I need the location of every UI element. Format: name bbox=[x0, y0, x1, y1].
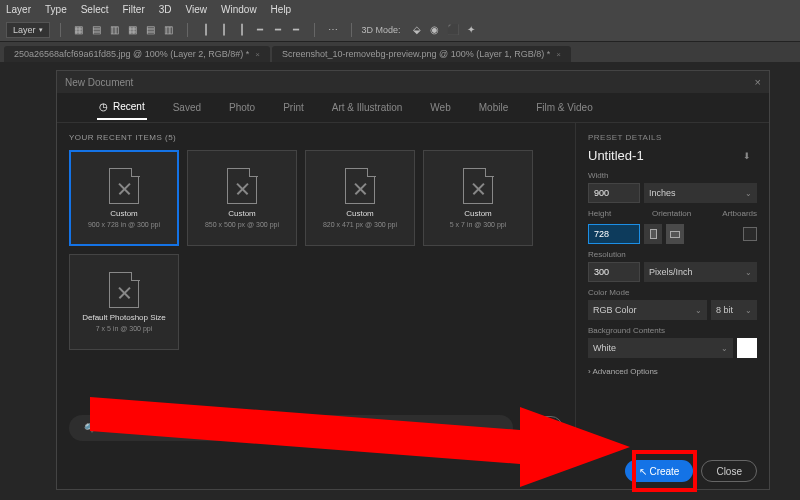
dialog-footer: ↖Create Close bbox=[57, 453, 769, 489]
category-tabs: ◷Recent Saved Photo Print Art & Illustra… bbox=[57, 93, 769, 123]
tab-saved[interactable]: Saved bbox=[171, 96, 203, 119]
dialog-title: New Document bbox=[65, 77, 133, 88]
mode-icon[interactable]: ⬛ bbox=[445, 23, 461, 37]
document-tabs: 250a26568afcf69a61fd85.jpg @ 100% (Layer… bbox=[0, 42, 800, 62]
distribute-icon[interactable]: ━ bbox=[270, 23, 286, 37]
create-button[interactable]: ↖Create bbox=[625, 460, 693, 482]
menu-view[interactable]: View bbox=[186, 4, 208, 15]
presets-pane: YOUR RECENT ITEMS (5) Custom 900 x 728 i… bbox=[57, 123, 575, 453]
stock-search-input[interactable]: 🔍 Find templates on Adobe Stock bbox=[69, 415, 513, 441]
menu-type[interactable]: Type bbox=[45, 4, 67, 15]
document-icon bbox=[345, 168, 375, 204]
close-icon[interactable]: × bbox=[556, 50, 561, 59]
menu-select[interactable]: Select bbox=[81, 4, 109, 15]
clock-icon: ◷ bbox=[99, 101, 108, 112]
layer-selector[interactable]: Layer▾ bbox=[6, 22, 50, 38]
bit-depth-select[interactable]: 8 bit⌄ bbox=[711, 300, 757, 320]
options-bar: Layer▾ ▦ ▤ ▥ ▦ ▤ ▥ ┃ ┃ ┃ ━ ━ ━ ⋯ 3D Mode… bbox=[0, 18, 800, 42]
align-icon[interactable]: ▥ bbox=[107, 23, 123, 37]
artboards-checkbox[interactable] bbox=[743, 227, 757, 241]
align-icon[interactable]: ▤ bbox=[143, 23, 159, 37]
close-icon[interactable]: × bbox=[755, 76, 761, 88]
search-icon: 🔍 bbox=[83, 423, 94, 433]
dialog-titlebar: New Document × bbox=[57, 71, 769, 93]
document-icon bbox=[227, 168, 257, 204]
document-name[interactable]: Untitled-1 bbox=[588, 148, 644, 163]
orientation-label: Orientation bbox=[652, 209, 691, 218]
workspace: New Document × ◷Recent Saved Photo Print… bbox=[0, 62, 800, 500]
go-button[interactable]: Go bbox=[521, 416, 563, 440]
background-label: Background Contents bbox=[588, 326, 757, 335]
align-icon[interactable]: ▤ bbox=[89, 23, 105, 37]
color-mode-label: Color Mode bbox=[588, 288, 757, 297]
document-icon bbox=[109, 272, 139, 308]
width-label: Width bbox=[588, 171, 757, 180]
align-tools: ▦ ▤ ▥ ▦ ▤ ▥ bbox=[71, 23, 177, 37]
background-swatch[interactable] bbox=[737, 338, 757, 358]
preset-card[interactable]: Default Photoshop Size 7 x 5 in @ 300 pp… bbox=[69, 254, 179, 350]
document-icon bbox=[463, 168, 493, 204]
close-button[interactable]: Close bbox=[701, 460, 757, 482]
resolution-unit-select[interactable]: Pixels/Inch⌄ bbox=[644, 262, 757, 282]
orientation-portrait-button[interactable] bbox=[644, 224, 662, 244]
cursor-icon: ↖ bbox=[639, 466, 647, 477]
new-document-dialog: New Document × ◷Recent Saved Photo Print… bbox=[56, 70, 770, 490]
distribute-icon[interactable]: ━ bbox=[252, 23, 268, 37]
width-input[interactable] bbox=[588, 183, 640, 203]
tab-web[interactable]: Web bbox=[428, 96, 452, 119]
preset-card[interactable]: Custom 5 x 7 in @ 300 ppi bbox=[423, 150, 533, 246]
menu-help[interactable]: Help bbox=[271, 4, 292, 15]
resolution-input[interactable] bbox=[588, 262, 640, 282]
recent-items-label: YOUR RECENT ITEMS (5) bbox=[69, 133, 563, 142]
document-tab[interactable]: Screenshot_10-removebg-preview.png @ 100… bbox=[272, 46, 571, 62]
mode-icon[interactable]: ⬙ bbox=[409, 23, 425, 37]
menu-filter[interactable]: Filter bbox=[123, 4, 145, 15]
height-label: Height bbox=[588, 209, 640, 218]
tab-recent[interactable]: ◷Recent bbox=[97, 95, 147, 120]
more-icon[interactable]: ⋯ bbox=[325, 23, 341, 37]
tab-print[interactable]: Print bbox=[281, 96, 306, 119]
preset-card[interactable]: Custom 900 x 728 in @ 300 ppi bbox=[69, 150, 179, 246]
resolution-label: Resolution bbox=[588, 250, 757, 259]
preset-card[interactable]: Custom 820 x 471 px @ 300 ppi bbox=[305, 150, 415, 246]
close-icon[interactable]: × bbox=[255, 50, 260, 59]
orientation-landscape-button[interactable] bbox=[666, 224, 684, 244]
align-icon[interactable]: ▦ bbox=[71, 23, 87, 37]
mode-label: 3D Mode: bbox=[362, 25, 401, 35]
mode-icon[interactable]: ✦ bbox=[463, 23, 479, 37]
preset-details-pane: PRESET DETAILS Untitled-1 ⬇ Width Inches… bbox=[575, 123, 769, 453]
distribute-icon[interactable]: ━ bbox=[288, 23, 304, 37]
tab-art[interactable]: Art & Illustration bbox=[330, 96, 405, 119]
color-mode-select[interactable]: RGB Color⌄ bbox=[588, 300, 707, 320]
tab-film[interactable]: Film & Video bbox=[534, 96, 595, 119]
height-input[interactable] bbox=[588, 224, 640, 244]
document-tab[interactable]: 250a26568afcf69a61fd85.jpg @ 100% (Layer… bbox=[4, 46, 270, 62]
background-select[interactable]: White⌄ bbox=[588, 338, 733, 358]
save-preset-icon[interactable]: ⬇ bbox=[743, 151, 757, 161]
menu-window[interactable]: Window bbox=[221, 4, 257, 15]
tab-mobile[interactable]: Mobile bbox=[477, 96, 510, 119]
menu-layer[interactable]: Layer bbox=[6, 4, 31, 15]
align-icon[interactable]: ▦ bbox=[125, 23, 141, 37]
document-icon bbox=[109, 168, 139, 204]
align-icon[interactable]: ▥ bbox=[161, 23, 177, 37]
distribute-icon[interactable]: ┃ bbox=[234, 23, 250, 37]
mode-icon[interactable]: ◉ bbox=[427, 23, 443, 37]
advanced-options-toggle[interactable]: › Advanced Options bbox=[588, 367, 757, 376]
menu-bar: Layer Type Select Filter 3D View Window … bbox=[0, 0, 800, 18]
width-unit-select[interactable]: Inches⌄ bbox=[644, 183, 757, 203]
details-label: PRESET DETAILS bbox=[588, 133, 757, 142]
menu-3d[interactable]: 3D bbox=[159, 4, 172, 15]
tab-photo[interactable]: Photo bbox=[227, 96, 257, 119]
distribute-icon[interactable]: ┃ bbox=[216, 23, 232, 37]
artboards-label: Artboards bbox=[722, 209, 757, 218]
preset-card[interactable]: Custom 850 x 500 px @ 300 ppi bbox=[187, 150, 297, 246]
distribute-icon[interactable]: ┃ bbox=[198, 23, 214, 37]
distribute-tools: ┃ ┃ ┃ ━ ━ ━ bbox=[198, 23, 304, 37]
